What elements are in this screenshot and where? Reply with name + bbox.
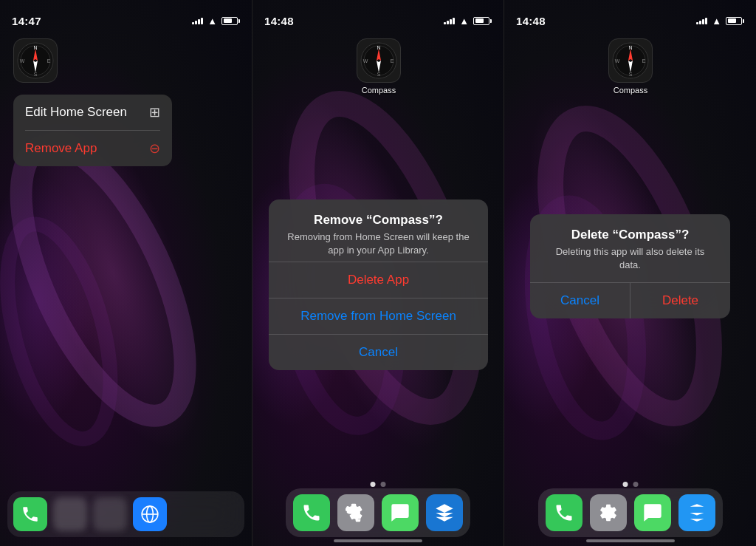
dock-1 <box>7 491 244 537</box>
page-dot-3-1 <box>622 482 628 487</box>
remove-from-home-button[interactable]: Remove from Home Screen <box>269 298 488 334</box>
battery-icon-2 <box>473 17 492 25</box>
remove-dialog-buttons: Delete App Remove from Home Screen Cance… <box>269 262 488 370</box>
svg-text:W: W <box>615 58 620 64</box>
compass-app-label-2: Compass <box>362 86 396 95</box>
delete-confirm-button[interactable]: Delete <box>630 283 730 318</box>
wifi-icon-2: ▲ <box>459 16 469 27</box>
context-menu-1: Edit Home Screen ⊞ Remove App ⊖ <box>13 95 172 166</box>
svg-text:S: S <box>34 72 38 77</box>
signal-bar-3-2 <box>699 21 701 24</box>
edit-home-screen-icon: ⊞ <box>149 104 160 120</box>
battery-body-3 <box>726 17 742 25</box>
home-indicator-2 <box>334 539 422 542</box>
compass-app-label-3: Compass <box>614 86 647 95</box>
status-icons-2: ▲ <box>444 16 492 27</box>
svg-text:E: E <box>391 58 394 64</box>
edit-home-screen-label: Edit Home Screen <box>25 105 127 120</box>
signal-bar-1 <box>192 22 194 24</box>
dock-icon-phone-3[interactable] <box>546 494 583 531</box>
signal-bar-2-2 <box>447 21 449 24</box>
edit-home-screen-item[interactable]: Edit Home Screen ⊞ <box>13 95 172 130</box>
status-icons-1: ▲ <box>192 16 240 27</box>
delete-app-button[interactable]: Delete App <box>269 262 488 298</box>
dock-icon-messages-3[interactable] <box>634 494 671 531</box>
battery-icon-3 <box>726 17 744 25</box>
delete-dialog-message: Deleting this app will also delete its d… <box>545 245 715 272</box>
dock-icon-settings-3[interactable] <box>590 494 627 531</box>
dock-icon-phone-1[interactable] <box>13 497 47 531</box>
remove-compass-dialog: Remove “Compass”? Removing from Home Scr… <box>269 199 488 370</box>
signal-bar-2-3 <box>450 19 452 24</box>
delete-compass-dialog: Delete “Compass”? Deleting this app will… <box>530 214 730 318</box>
status-icons-3: ▲ <box>696 16 744 27</box>
signal-bar-3-3 <box>702 19 704 24</box>
page-dots-2 <box>371 482 386 487</box>
remove-cancel-button[interactable]: Cancel <box>269 334 488 370</box>
compass-icon-2: N S W E <box>357 38 401 83</box>
dock-2 <box>286 488 470 537</box>
svg-text:S: S <box>629 72 633 77</box>
dock-icon-appstore-3[interactable] <box>678 494 715 531</box>
phone-panel-2: 14:48 ▲ N S W <box>252 0 504 546</box>
signal-bars-2 <box>444 18 455 24</box>
battery-tip-1 <box>238 19 240 23</box>
battery-icon-1 <box>221 17 240 25</box>
dock-icon-appstore-2[interactable] <box>426 494 463 531</box>
svg-point-1 <box>0 214 130 450</box>
dock-icon-blur-1 <box>53 497 87 531</box>
remove-dialog-message: Removing from Home Screen will keep the … <box>284 231 473 257</box>
dock-3 <box>538 488 723 537</box>
battery-fill-1 <box>224 18 233 23</box>
phone-panel-3: 14:48 ▲ N S W <box>504 0 756 546</box>
delete-dialog-title: Delete “Compass”? <box>545 228 715 242</box>
compass-app-icon-3[interactable]: N S W E Compass <box>608 38 653 95</box>
remove-app-label: Remove App <box>25 141 97 156</box>
delete-cancel-button[interactable]: Cancel <box>530 283 630 318</box>
status-time-2: 14:48 <box>264 15 294 27</box>
phone-panel-1: 14:47 ▲ N S W <box>0 0 252 546</box>
dock-icon-blur-2 <box>93 497 127 531</box>
battery-fill-3 <box>728 18 737 23</box>
signal-bar-3 <box>198 19 200 24</box>
page-dot-2-1 <box>371 482 376 487</box>
remove-dialog-title: Remove “Compass”? <box>284 213 473 228</box>
delete-dialog-buttons: Cancel Delete <box>530 282 730 318</box>
dock-icon-settings-2[interactable] <box>337 494 374 531</box>
remove-app-item[interactable]: Remove App ⊖ <box>13 131 172 166</box>
signal-bar-3-1 <box>696 22 698 24</box>
compass-app-icon-2[interactable]: N S W E Compass <box>357 38 401 95</box>
compass-app-icon-1[interactable]: N S W E <box>13 38 58 83</box>
page-dots-3 <box>622 482 638 487</box>
battery-body-1 <box>221 17 238 25</box>
svg-text:W: W <box>20 58 25 64</box>
svg-point-0 <box>0 121 219 438</box>
page-dot-2-2 <box>381 482 386 487</box>
dock-icon-messages-2[interactable] <box>382 494 419 531</box>
battery-tip-3 <box>743 19 744 23</box>
signal-bar-2-1 <box>444 22 446 24</box>
remove-dialog-content: Remove “Compass”? Removing from Home Scr… <box>269 199 488 262</box>
signal-bars-3 <box>696 18 707 24</box>
compass-icon-1: N S W E <box>13 38 58 83</box>
signal-bar-2 <box>195 21 197 24</box>
svg-text:E: E <box>642 58 646 64</box>
battery-body-2 <box>473 17 489 25</box>
status-bar-1: 14:47 ▲ <box>0 0 252 33</box>
svg-text:W: W <box>363 58 368 64</box>
wifi-icon-1: ▲ <box>207 16 217 27</box>
compass-icon-3: N S W E <box>608 38 653 83</box>
home-indicator-3 <box>586 539 675 542</box>
status-bar-2: 14:48 ▲ <box>252 0 504 33</box>
dock-icon-blue-1[interactable] <box>133 497 167 531</box>
signal-bar-3-4 <box>705 18 707 24</box>
signal-bar-2-4 <box>453 18 455 24</box>
signal-bars-1 <box>192 18 203 24</box>
status-bar-3: 14:48 ▲ <box>504 0 756 33</box>
delete-dialog-content: Delete “Compass”? Deleting this app will… <box>530 214 730 282</box>
dock-icon-phone-2[interactable] <box>293 494 330 531</box>
battery-fill-2 <box>475 18 484 23</box>
status-time-3: 14:48 <box>516 15 546 27</box>
battery-tip-2 <box>490 19 492 23</box>
signal-bar-4 <box>201 18 203 24</box>
